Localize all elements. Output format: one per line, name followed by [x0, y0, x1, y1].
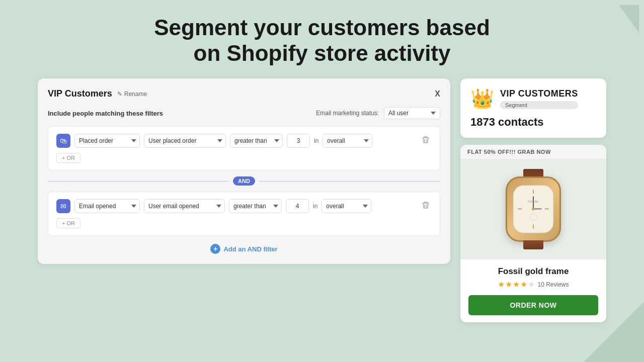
- order-now-button[interactable]: ORDER NOW: [468, 295, 598, 315]
- filter2-comparator-select[interactable]: greater than less than equal to: [229, 199, 282, 213]
- page-background: Segment your customers based on Shopify …: [0, 0, 644, 362]
- filter2-delete-button[interactable]: [420, 199, 432, 213]
- filter-block-1: 🛍 Placed order Email opened Link clicked…: [48, 126, 440, 170]
- filter2-condition-select[interactable]: User email opened User did not open emai…: [144, 199, 225, 213]
- content-area: VIP Customers ✎ Rename X Include people …: [0, 78, 644, 322]
- triangle-decoration-top: [619, 5, 639, 33]
- triangle-decoration-bottom: [584, 302, 644, 362]
- reviews-count: 10 Reviews: [537, 281, 569, 288]
- filter1-condition-select[interactable]: User placed order User did not place ord…: [144, 134, 226, 148]
- filter2-event-select[interactable]: Placed order Email opened Link clicked: [74, 199, 140, 213]
- add-filter-label: Add an AND filter: [223, 245, 277, 253]
- page-header: Segment your customers based on Shopify …: [0, 0, 644, 78]
- filter1-delete-button[interactable]: [420, 134, 432, 148]
- left-panel: VIP Customers ✎ Rename X Include people …: [38, 78, 450, 264]
- product-image-area: FOSSIL: [460, 159, 606, 259]
- filter1-event-select[interactable]: Placed order Email opened Link clicked: [74, 134, 140, 148]
- watch-strap-bottom: [523, 240, 543, 249]
- filter2-or-button[interactable]: + OR: [56, 218, 80, 228]
- watch-face-details: FOSSIL: [514, 186, 553, 233]
- right-panel: 👑 VIP CUSTOMERS Segment 1873 contacts FL…: [460, 78, 606, 322]
- vip-info: VIP CUSTOMERS Segment: [500, 88, 578, 109]
- vip-title: VIP CUSTOMERS: [500, 88, 578, 99]
- modal-title: VIP Customers: [48, 88, 112, 99]
- segment-badge: Segment: [500, 101, 578, 109]
- star-rating: ★★★★★: [498, 280, 535, 289]
- vip-card-header: 👑 VIP CUSTOMERS Segment: [470, 87, 596, 110]
- email-opened-icon: ✉: [56, 199, 70, 213]
- filter1-comparator-select[interactable]: greater than less than equal to: [230, 134, 283, 148]
- filter2-scope-select[interactable]: overall last 30 days last 90 days: [321, 199, 371, 213]
- product-name: Fossil gold frame: [468, 266, 598, 277]
- filter-block-2: ✉ Placed order Email opened Link clicked…: [48, 192, 440, 236]
- product-card: FLAT 50% OFF!!! GRAB NOW: [460, 145, 606, 322]
- filter-row-1: 🛍 Placed order Email opened Link clicked…: [56, 134, 432, 148]
- filter-header-row: Include people matching these filters Em…: [48, 107, 440, 119]
- contacts-count: 1873 contacts: [470, 116, 596, 129]
- rename-button[interactable]: ✎ Rename: [117, 90, 147, 98]
- watch-body: FOSSIL: [506, 176, 561, 242]
- add-icon: +: [210, 244, 220, 254]
- and-line-left: [48, 181, 229, 182]
- add-filter-row: + Add an AND filter: [48, 244, 440, 254]
- filter2-in-label: in: [313, 203, 317, 210]
- modal-header: VIP Customers ✎ Rename X: [48, 88, 440, 99]
- edit-icon: ✎: [117, 90, 122, 98]
- watch-face: FOSSIL: [513, 186, 553, 233]
- and-badge: AND: [233, 176, 255, 186]
- rename-label: Rename: [124, 90, 147, 98]
- add-and-filter-button[interactable]: + Add an AND filter: [210, 244, 277, 254]
- filter-header-label: Include people matching these filters: [48, 110, 163, 117]
- filter1-in-label: in: [314, 137, 318, 144]
- close-button[interactable]: X: [435, 89, 440, 99]
- promo-banner: FLAT 50% OFF!!! GRAB NOW: [460, 145, 606, 159]
- filter1-or-button[interactable]: + OR: [56, 153, 80, 163]
- and-line-right: [259, 181, 440, 182]
- filter2-value-input[interactable]: [286, 199, 309, 213]
- filter-row-2: ✉ Placed order Email opened Link clicked…: [56, 199, 432, 213]
- email-marketing-row: Email marketing status: All user Subscri…: [316, 107, 440, 119]
- placed-order-icon: 🛍: [56, 134, 70, 148]
- svg-point-6: [532, 208, 535, 211]
- svg-text:FOSSIL: FOSSIL: [528, 200, 539, 203]
- trash-icon: [422, 136, 430, 144]
- filter1-scope-select[interactable]: overall last 30 days last 90 days: [323, 134, 372, 148]
- modal-title-row: VIP Customers ✎ Rename: [48, 88, 147, 99]
- and-badge-row: AND: [48, 176, 440, 186]
- filter1-value-input[interactable]: [287, 134, 310, 148]
- trash-icon-2: [422, 201, 430, 209]
- svg-point-7: [530, 214, 537, 221]
- vip-card: 👑 VIP CUSTOMERS Segment 1873 contacts: [460, 78, 606, 138]
- watch-illustration: FOSSIL: [501, 169, 566, 249]
- email-marketing-label: Email marketing status:: [316, 110, 379, 117]
- page-title: Segment your customers based on Shopify …: [10, 15, 634, 66]
- crown-icon: 👑: [470, 87, 494, 110]
- email-marketing-select[interactable]: All user Subscribed Unsubscribed: [384, 107, 440, 119]
- stars-row: ★★★★★ 10 Reviews: [468, 280, 598, 289]
